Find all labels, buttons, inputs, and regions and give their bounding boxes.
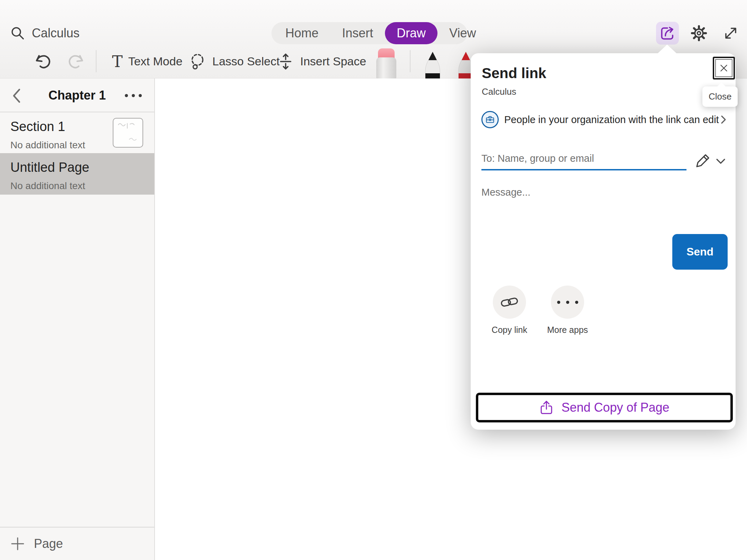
edit-permission-button[interactable] [695, 152, 712, 169]
link-icon [500, 295, 518, 309]
pencil-icon [695, 152, 711, 169]
recipient-field-wrap [481, 153, 686, 170]
gear-icon [690, 24, 708, 43]
eraser-tool[interactable] [376, 48, 396, 78]
send-link-dialog: Send link Calculus Close People in your … [471, 53, 736, 430]
dialog-subtitle: Calculus [482, 86, 516, 97]
more-apps-action: More apps [535, 286, 600, 335]
add-page-label: Page [34, 536, 63, 551]
copy-link-label: Copy link [477, 325, 542, 335]
close-tooltip: Close [702, 86, 738, 107]
page-thumbnail [113, 118, 143, 148]
text-mode-label: Text Mode [128, 55, 183, 68]
dialog-pointer [657, 45, 677, 54]
lasso-select-button[interactable]: Lasso Select [188, 44, 280, 78]
recipient-input[interactable] [481, 153, 686, 164]
link-permission-row[interactable]: People in your organization with the lin… [481, 110, 724, 129]
ellipsis-icon [557, 301, 578, 304]
page-item-subtitle: No additional text [10, 180, 144, 192]
lasso-label: Lasso Select [212, 55, 280, 68]
tab-insert[interactable]: Insert [330, 22, 385, 44]
sidebar: Chapter 1 Section 1 No additional text U… [0, 78, 155, 560]
page-list-item[interactable]: Section 1 No additional text [0, 112, 154, 153]
close-button[interactable] [713, 57, 735, 80]
dialog-title: Send link [482, 65, 546, 82]
insert-space-label: Insert Space [300, 55, 366, 68]
search-bar[interactable]: Calculus [10, 21, 80, 45]
page-item-title: Untitled Page [10, 160, 144, 175]
eraser-body [376, 57, 396, 78]
share-icon [659, 25, 676, 41]
more-apps-label: More apps [535, 325, 600, 335]
search-icon [10, 25, 26, 41]
message-field-wrap [481, 187, 689, 263]
page-list-item-selected[interactable]: Untitled Page No additional text [0, 153, 154, 195]
tab-home[interactable]: Home [274, 22, 330, 44]
text-mode-button[interactable]: T Text Mode [112, 44, 183, 78]
send-copy-label: Send Copy of Page [561, 400, 669, 415]
copy-link-action: Copy link [477, 286, 542, 335]
search-label: Calculus [32, 26, 80, 40]
fullscreen-button[interactable] [719, 22, 742, 45]
permission-text: People in your organization with the lin… [504, 114, 719, 125]
undo-button[interactable] [34, 44, 53, 78]
redo-icon [66, 52, 85, 71]
share-upload-icon [539, 399, 554, 416]
message-input[interactable] [481, 187, 689, 263]
insert-space-button[interactable]: Insert Space [277, 44, 366, 78]
organization-icon [481, 111, 499, 128]
section-menu-button[interactable] [125, 87, 142, 104]
onenote-app: Calculus Home Insert Draw View [0, 0, 747, 560]
close-icon [719, 63, 729, 73]
send-copy-of-page-button[interactable]: Send Copy of Page [476, 393, 733, 422]
chevron-right-icon [719, 114, 728, 125]
expand-icon [722, 25, 739, 42]
toolbar-divider [410, 50, 411, 72]
text-mode-icon: T [112, 54, 123, 69]
pen-black-tool[interactable] [423, 51, 443, 78]
close-button-focus-ring [715, 59, 732, 77]
ribbon-tabs: Home Insert Draw View [271, 22, 467, 44]
share-button[interactable] [656, 22, 679, 45]
copy-link-button[interactable] [493, 286, 526, 319]
redo-button[interactable] [66, 44, 85, 78]
settings-button[interactable] [688, 22, 710, 45]
insert-space-icon [277, 52, 295, 71]
tab-view[interactable]: View [437, 22, 488, 44]
toolbar-divider [96, 50, 96, 72]
send-button[interactable]: Send [672, 234, 728, 270]
more-apps-button[interactable] [551, 286, 584, 319]
plus-icon [10, 536, 25, 551]
sidebar-header: Chapter 1 [0, 78, 154, 112]
tab-draw[interactable]: Draw [385, 22, 437, 44]
lasso-icon [188, 52, 207, 71]
chevron-down-icon [715, 157, 727, 166]
add-page-button[interactable]: Page [0, 527, 154, 560]
recipient-options-button[interactable] [715, 157, 727, 166]
undo-icon [34, 52, 53, 71]
